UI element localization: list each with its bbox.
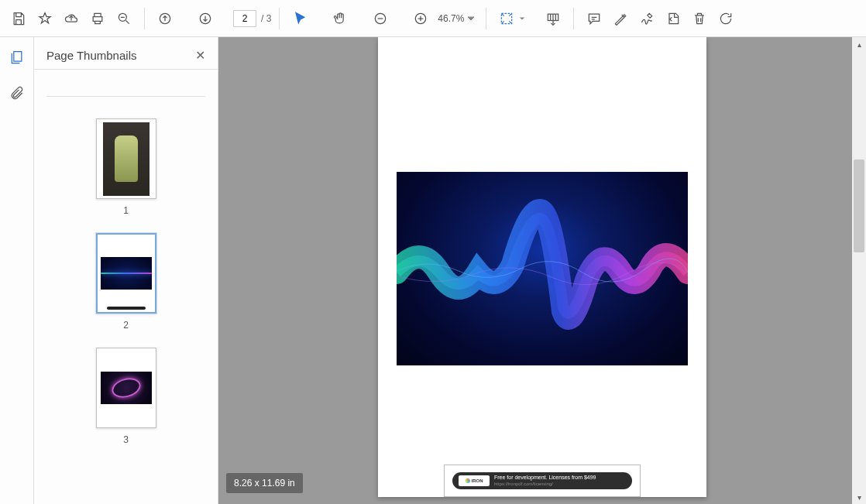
document-viewer[interactable]: IRON Free for development. Licenses from… xyxy=(218,37,866,504)
close-panel-button[interactable]: ✕ xyxy=(195,48,205,63)
thumbnail-list: 1 2 3 xyxy=(34,103,218,504)
toolbar-separator xyxy=(486,8,486,29)
rotate-button[interactable] xyxy=(713,6,738,31)
page-dimensions-status: 8.26 x 11.69 in xyxy=(226,473,303,493)
page-main-image xyxy=(397,172,688,365)
page-2: IRON Free for development. Licenses from… xyxy=(378,37,706,497)
prev-page-button[interactable] xyxy=(153,6,177,31)
thumbnail-page-1[interactable]: 1 xyxy=(34,118,218,216)
attachments-rail-button[interactable] xyxy=(6,82,28,104)
cloud-upload-button[interactable] xyxy=(59,6,84,31)
scroll-up-button[interactable]: ▴ xyxy=(852,37,866,51)
page-total-label: / 3 xyxy=(261,13,271,24)
thumbnail-number: 2 xyxy=(123,320,129,331)
license-banner: IRON Free for development. Licenses from… xyxy=(444,465,641,497)
read-mode-button[interactable] xyxy=(541,6,565,31)
delete-button[interactable] xyxy=(687,6,712,31)
fit-page-button[interactable] xyxy=(494,6,519,31)
stamp-button[interactable] xyxy=(661,6,686,31)
zoom-out-button[interactable] xyxy=(368,6,393,31)
thumbnail-page-2[interactable]: 2 xyxy=(34,233,218,331)
thumbnail-image xyxy=(101,372,152,404)
vertical-scrollbar[interactable]: ▴ ▾ xyxy=(852,37,866,504)
left-rail xyxy=(0,37,34,504)
toolbar-separator xyxy=(144,8,145,29)
comment-button[interactable] xyxy=(582,6,607,31)
zoom-in-button[interactable] xyxy=(408,6,433,31)
scroll-thumb[interactable] xyxy=(854,159,864,252)
find-button[interactable] xyxy=(112,6,136,31)
thumbnails-panel: Page Thumbnails ✕ 1 2 3 xyxy=(34,37,218,504)
zoom-level-dropdown[interactable]: 46.7% xyxy=(435,13,478,24)
page-navigation: / 3 xyxy=(233,10,271,27)
thumbnail-number: 3 xyxy=(123,434,129,445)
page-number-input[interactable] xyxy=(233,10,256,27)
thumbnail-page-3[interactable]: 3 xyxy=(34,348,218,445)
scroll-down-button[interactable]: ▾ xyxy=(852,490,866,504)
thumbnail-number: 1 xyxy=(123,205,129,216)
scroll-track[interactable] xyxy=(852,51,866,490)
banner-logo: IRON xyxy=(459,475,490,486)
panel-title: Page Thumbnails xyxy=(46,49,136,62)
thumbnails-rail-button[interactable] xyxy=(6,46,28,68)
zoom-level-value: 46.7% xyxy=(438,13,464,24)
star-button[interactable] xyxy=(33,6,57,31)
chevron-down-icon[interactable] xyxy=(519,15,525,22)
panel-divider xyxy=(46,96,205,97)
banner-text: Free for development. Licenses from $499… xyxy=(494,475,596,487)
next-page-button[interactable] xyxy=(193,6,218,31)
chevron-down-icon xyxy=(467,15,475,22)
main-area: Page Thumbnails ✕ 1 2 3 xyxy=(0,37,866,504)
main-toolbar: / 3 46.7% xyxy=(0,0,866,37)
highlight-button[interactable] xyxy=(608,6,633,31)
toolbar-separator xyxy=(279,8,280,29)
thumbnail-image xyxy=(103,122,149,196)
thumbnail-image xyxy=(101,257,152,290)
select-tool-button[interactable] xyxy=(287,6,312,31)
print-button[interactable] xyxy=(85,6,110,31)
hand-tool-button[interactable] xyxy=(328,6,352,31)
save-button[interactable] xyxy=(6,6,31,31)
toolbar-separator xyxy=(573,8,574,29)
sign-button[interactable] xyxy=(634,6,659,31)
